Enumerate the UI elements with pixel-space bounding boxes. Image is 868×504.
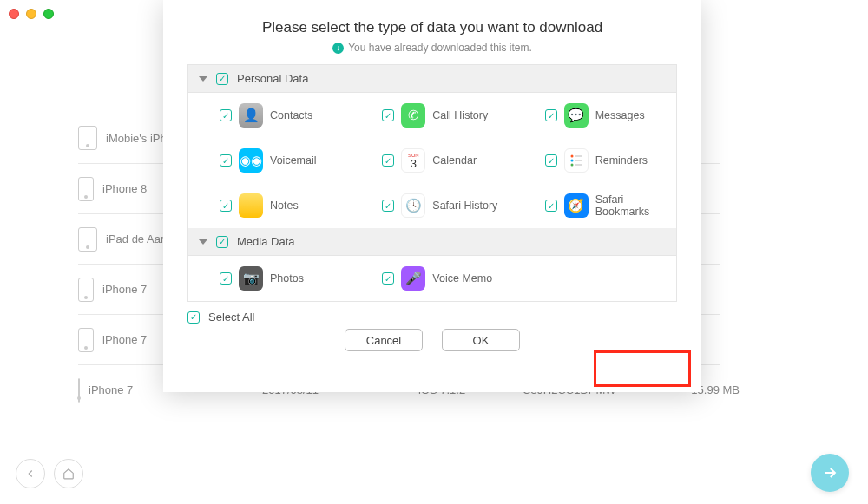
device-icon	[78, 278, 94, 302]
item-notes[interactable]: ✓Notes	[188, 183, 351, 228]
cancel-button[interactable]: Cancel	[345, 329, 423, 351]
section-checkbox[interactable]: ✓	[216, 236, 228, 248]
svg-rect-1	[575, 155, 582, 157]
item-call-history[interactable]: ✓✆Call History	[351, 93, 513, 138]
selection-panel: ✓ Personal Data ✓👤Contacts ✓✆Call Histor…	[187, 64, 677, 302]
item-checkbox[interactable]: ✓	[382, 200, 394, 212]
item-checkbox[interactable]: ✓	[220, 272, 232, 285]
ok-button[interactable]: OK	[442, 329, 520, 351]
item-label: Contacts	[270, 109, 312, 121]
item-label: Safari Bookmarks	[595, 193, 667, 218]
modal-title: Please select the type of data you want …	[163, 19, 701, 36]
chevron-down-icon	[199, 239, 207, 245]
modal-subtitle-text: You have already downloaded this item.	[348, 42, 532, 54]
data-selection-modal: Please select the type of data you want …	[163, 0, 701, 392]
item-messages[interactable]: ✓💬Messages	[514, 93, 676, 138]
downloaded-icon: ↓	[332, 43, 344, 54]
item-checkbox[interactable]: ✓	[382, 272, 394, 285]
personal-data-header[interactable]: ✓ Personal Data	[188, 65, 676, 93]
item-checkbox[interactable]: ✓	[220, 200, 232, 212]
item-checkbox[interactable]: ✓	[220, 154, 232, 167]
item-checkbox[interactable]: ✓	[545, 200, 557, 212]
next-button[interactable]	[811, 454, 849, 492]
device-icon	[78, 177, 94, 201]
notes-icon	[239, 193, 263, 218]
item-label: Photos	[270, 272, 304, 285]
device-icon	[78, 126, 97, 150]
item-label: Voice Memo	[432, 272, 492, 285]
phone-icon: ✆	[401, 103, 425, 128]
modal-subtitle: ↓ You have already downloaded this item.	[163, 42, 701, 54]
item-label: Voicemail	[270, 154, 317, 167]
select-all-row[interactable]: ✓ Select All	[163, 311, 701, 324]
item-reminders[interactable]: ✓Reminders	[514, 138, 676, 183]
svg-point-0	[570, 155, 573, 158]
home-button[interactable]	[54, 459, 83, 488]
section-label: Media Data	[237, 235, 294, 248]
reminders-icon	[564, 148, 589, 173]
contacts-icon: 👤	[239, 103, 263, 128]
item-checkbox[interactable]: ✓	[382, 109, 394, 121]
item-safari-bookmarks[interactable]: ✓🧭Safari Bookmarks	[514, 183, 676, 228]
item-label: Reminders	[595, 154, 648, 167]
item-voicemail[interactable]: ✓◉◉Voicemail	[188, 138, 351, 183]
messages-icon: 💬	[564, 103, 589, 128]
item-label: Messages	[595, 109, 645, 121]
item-contacts[interactable]: ✓👤Contacts	[188, 93, 351, 138]
back-button[interactable]	[16, 459, 45, 488]
svg-rect-5	[575, 164, 582, 166]
close-window-icon[interactable]	[9, 9, 19, 19]
zoom-window-icon[interactable]	[43, 9, 54, 19]
voicemail-icon: ◉◉	[239, 148, 263, 173]
safari-history-icon: 🕓	[401, 193, 425, 218]
device-icon	[78, 328, 94, 352]
section-label: Personal Data	[237, 72, 308, 85]
item-checkbox[interactable]: ✓	[545, 109, 557, 121]
svg-point-4	[570, 164, 573, 167]
section-checkbox[interactable]: ✓	[216, 73, 228, 85]
device-icon	[78, 378, 80, 403]
ok-highlight	[594, 350, 691, 387]
media-items: ✓📷Photos ✓🎤Voice Memo	[188, 256, 676, 301]
calendar-icon: SUN3	[401, 148, 425, 173]
svg-rect-3	[575, 160, 582, 161]
device-icon	[78, 227, 97, 252]
window-controls[interactable]	[9, 9, 54, 19]
minimize-window-icon[interactable]	[26, 9, 36, 19]
voice-memo-icon: 🎤	[401, 266, 425, 291]
select-all-label: Select All	[208, 311, 254, 324]
personal-items: ✓👤Contacts ✓✆Call History ✓💬Messages ✓◉◉…	[188, 93, 676, 228]
item-label: Call History	[432, 109, 488, 121]
item-checkbox[interactable]: ✓	[382, 154, 394, 167]
item-label: Notes	[270, 200, 299, 212]
item-photos[interactable]: ✓📷Photos	[188, 256, 351, 301]
item-calendar[interactable]: ✓SUN3Calendar	[351, 138, 513, 183]
svg-point-2	[570, 160, 573, 162]
item-checkbox[interactable]: ✓	[220, 109, 232, 121]
chevron-down-icon	[199, 76, 207, 82]
select-all-checkbox[interactable]: ✓	[187, 311, 200, 324]
item-checkbox[interactable]: ✓	[545, 154, 557, 167]
item-voice-memo[interactable]: ✓🎤Voice Memo	[351, 256, 513, 301]
media-data-header[interactable]: ✓ Media Data	[188, 228, 676, 256]
footer-nav	[16, 459, 83, 488]
modal-buttons: Cancel OK	[163, 329, 701, 351]
item-safari-history[interactable]: ✓🕓Safari History	[351, 183, 513, 228]
item-label: Calendar	[432, 154, 477, 167]
photos-icon: 📷	[239, 266, 263, 291]
item-label: Safari History	[432, 200, 497, 212]
safari-bookmarks-icon: 🧭	[564, 193, 589, 218]
